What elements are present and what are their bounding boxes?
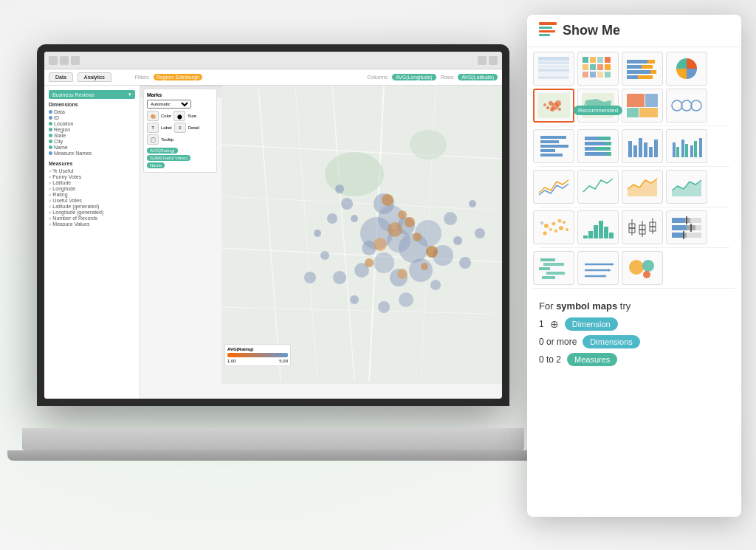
svg-rect-167 [542,276,555,279]
marks-type-select[interactable]: Automatic [147,100,191,109]
marks-pills-container: AVG(Rating) SUM(Useful Votes) Name [147,147,213,169]
svg-rect-55 [539,34,550,36]
recommended-badge: Recommended [574,106,622,115]
svg-rect-118 [673,142,676,157]
chart-stacked-bars-h[interactable] [577,129,619,163]
svg-rect-116 [649,147,653,157]
chart-row-5 [533,210,735,244]
chart-box-whisker[interactable] [622,210,663,244]
chart-circles[interactable] [666,89,707,123]
dim-name: Name [49,145,135,150]
analytics-tab[interactable]: Analytics [78,72,111,82]
chart-symbol-map[interactable] [533,89,574,123]
chart-packed-bubbles[interactable] [622,251,663,285]
marks-title: Marks [147,92,213,97]
columns-label: Columns [367,75,388,80]
hash-mv: # [49,222,51,227]
chart-bullet-gantt[interactable] [666,210,707,244]
chart-row-4 [533,170,735,204]
svg-point-36 [333,271,346,284]
svg-point-42 [382,194,394,206]
chart-text-table[interactable] [533,52,574,86]
chart-treemap[interactable] [622,89,663,123]
dot-region [49,128,52,131]
show-me-icon [539,22,557,40]
svg-rect-108 [585,147,596,151]
toolbar-btn-4 [478,56,487,65]
geo-icon: ⊕ [550,318,559,330]
dot-data [49,110,52,114]
nav-selector[interactable]: Business Reviews ▾ [49,90,135,99]
rating-legend: AVG(Rating) 1.00 5.00 [224,344,291,366]
req3-count: 0 to 2 [539,354,561,365]
svg-point-26 [341,198,353,210]
svg-point-175 [642,260,654,272]
chart-area-cont[interactable] [622,170,663,204]
chart-side-bars[interactable] [666,129,707,163]
chart-histogram[interactable] [577,210,619,244]
svg-rect-75 [647,60,655,63]
marks-color-row: 🎨 Color ⬤ Size [147,111,213,121]
svg-rect-81 [638,75,653,79]
chart-empty [666,251,707,285]
svg-rect-92 [627,94,645,107]
svg-rect-105 [599,137,611,140]
svg-point-133 [566,228,568,231]
hash-rec: # [49,216,51,221]
meas-funny: # Funny Votes [49,174,135,179]
svg-point-35 [350,295,359,304]
chart-horiz-bars[interactable] [533,129,574,163]
size-control[interactable]: ⬤ [173,111,185,121]
detail-label: Detail [188,126,199,130]
chart-vert-bars[interactable] [622,129,663,163]
chart-area-disc[interactable] [666,170,707,204]
tooltip-control[interactable]: 💬 [147,134,159,145]
filter-pill[interactable]: Region: Edinburgh [154,74,202,80]
chart-heat-map[interactable] [577,52,619,86]
toolbar-btn-2 [60,56,69,65]
detail-control[interactable]: ≡ [174,123,186,133]
hash-latg: # [49,204,51,209]
svg-rect-72 [597,72,603,78]
meas-lon: # Longitude [49,186,135,191]
chart-dual-combo[interactable] [577,251,619,285]
svg-rect-52 [539,22,557,25]
svg-rect-136 [583,236,588,238]
color-control[interactable]: 🎨 [147,111,159,121]
svg-rect-56 [538,57,569,61]
pill-useful[interactable]: SUM(Useful Votes) [147,155,190,161]
req2-tag: Dimensions [583,335,639,348]
svg-rect-76 [627,65,642,69]
meas-values: # Measure Values [49,221,135,227]
label-control[interactable]: T [147,123,159,133]
tableau-body: Business Reviews ▾ Dimensions Data ID Lo… [44,86,502,399]
marks-label-row: T Label ≡ Detail [147,123,213,133]
hash-uv: # [49,199,51,203]
req1-tag: Dimension [565,317,618,331]
meas-useful2: # Useful Votes [49,198,135,203]
svg-marker-173 [604,275,607,278]
divider-4 [539,247,729,248]
footer-row-1: 1 ⊕ Dimension [539,317,729,331]
svg-rect-80 [627,75,638,79]
chart-line-disc[interactable] [577,170,619,204]
dim-data: Data [49,109,135,114]
chart-stacked-h[interactable] [622,52,663,86]
chart-line-cont[interactable] [533,170,574,204]
columns-pill[interactable]: AVG(Longitude) [392,74,436,80]
svg-rect-153 [672,218,685,223]
map-visualization: AVG(Rating) 1.00 5.00 [221,86,502,384]
chart-pie[interactable] [666,52,707,86]
legend-max: 5.00 [279,359,288,363]
svg-marker-171 [608,269,611,272]
rows-pill[interactable]: AVG(Latitude) [458,74,498,80]
nav-label: Business Reviews [52,92,94,97]
chart-filled-map[interactable]: Recommended [577,89,619,123]
svg-rect-59 [538,69,569,72]
chart-scatter[interactable] [533,210,574,244]
pill-rating[interactable]: AVG(Rating) [147,148,178,154]
chart-gantt[interactable] [533,251,574,285]
divider-1 [539,126,729,126]
data-tab[interactable]: Data [49,72,73,82]
pill-name[interactable]: Name [147,162,165,168]
